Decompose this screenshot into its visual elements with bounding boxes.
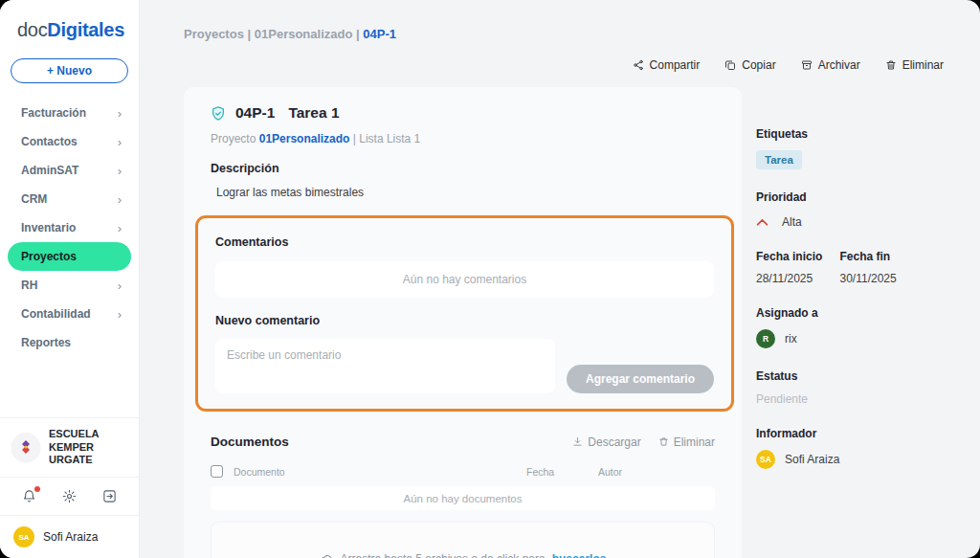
new-comment-label: Nuevo comentario [215, 314, 714, 327]
download-label: Descargar [588, 435, 640, 449]
app-window: docDigitales + Nuevo Facturación › Conta… [0, 0, 980, 558]
sidebar-item-label: Contabilidad [21, 307, 91, 321]
new-button[interactable]: + Nuevo [11, 58, 128, 83]
breadcrumb-current: 04P-1 [363, 27, 396, 41]
sidebar-nav: Facturación › Contactos › AdminSAT › CRM… [0, 99, 139, 357]
reporter-label: Informador [756, 427, 924, 440]
copy-label: Copiar [742, 58, 775, 72]
trash-icon [885, 59, 897, 71]
sidebar-item-contactos[interactable]: Contactos › [0, 127, 139, 156]
add-comment-button[interactable]: Agregar comentario [567, 365, 714, 393]
documents-actions: Descargar Eliminar [572, 435, 715, 449]
delete-documents-label: Eliminar [674, 435, 715, 449]
chevron-right-icon: › [118, 221, 122, 235]
select-all-checkbox[interactable] [211, 465, 223, 478]
archive-label: Archivar [818, 58, 860, 72]
sidebar-item-inventario[interactable]: Inventario › [0, 213, 139, 242]
trash-icon [658, 436, 669, 447]
priority-value: Alta [782, 215, 802, 229]
reporter-row: SA Sofi Araiza [756, 450, 924, 469]
task-shield-check-icon [211, 105, 226, 122]
comments-title: Comentarios [215, 235, 714, 249]
organization-avatar [11, 433, 40, 461]
sidebar-item-label: AdminSAT [21, 164, 78, 177]
assignee-row[interactable]: R rix [756, 329, 924, 348]
current-user-row[interactable]: SA Sofi Araiza [0, 515, 139, 558]
assignee-name: rix [785, 332, 797, 346]
user-avatar: SA [13, 526, 34, 547]
documents-empty-state: Aún no hay documentos [211, 486, 715, 510]
chevron-right-icon: › [118, 192, 122, 207]
sidebar-item-crm[interactable]: CRM › [0, 185, 139, 213]
share-label: Compartir [650, 58, 701, 72]
logout-icon[interactable] [102, 489, 117, 503]
assignee-label: Asignado a [756, 306, 924, 320]
sidebar-item-proyectos[interactable]: Proyectos [8, 242, 131, 271]
sidebar-icons-row [0, 477, 139, 515]
sidebar-item-adminsat[interactable]: AdminSAT › [0, 156, 139, 185]
sidebar-item-contabilidad[interactable]: Contabilidad › [0, 300, 139, 328]
project-name-link[interactable]: 01Personalizado [259, 132, 350, 145]
breadcrumb-separator: | [356, 27, 360, 41]
column-autor: Autor [598, 466, 715, 478]
share-icon [633, 59, 644, 71]
dates-row: Fecha inicio 28/11/2025 Fecha fin 30/11/… [756, 250, 924, 285]
copy-button[interactable]: Copiar [724, 58, 775, 72]
chevron-right-icon: › [118, 164, 122, 178]
column-fecha: Fecha [526, 466, 598, 478]
notification-dot [34, 486, 40, 492]
sidebar-item-label: Facturación [21, 106, 86, 120]
delete-documents-button[interactable]: Eliminar [658, 435, 715, 449]
browse-files-link[interactable]: buscarlos [552, 552, 607, 558]
priority-value-row[interactable]: Alta [756, 215, 924, 229]
breadcrumb-projects[interactable]: Proyectos [184, 27, 244, 41]
tag-tarea[interactable]: Tarea [756, 150, 802, 169]
sidebar-bottom: ESCUELA KEMPER URGATE [0, 417, 139, 558]
comments-empty-state: Aún no hay comentarios [215, 261, 714, 298]
chevron-right-icon: › [118, 106, 122, 121]
organization-row[interactable]: ESCUELA KEMPER URGATE [0, 417, 139, 477]
sidebar-item-label: CRM [21, 192, 47, 206]
reporter-name: Sofi Araiza [785, 453, 839, 466]
description-text: Lograr las metas bimestrales [216, 186, 715, 199]
labels-label: Etiquetas [756, 127, 924, 141]
sidebar-item-label: Proyectos [21, 250, 77, 263]
priority-high-icon [756, 217, 768, 227]
organization-logo-icon [18, 439, 33, 455]
file-dropzone[interactable]: Arrastra hasta 5 archivos o da click par… [211, 522, 715, 558]
archive-icon [801, 59, 813, 71]
user-name: Sofi Araiza [43, 530, 98, 544]
main-area: Proyectos | 01Personalizado | 04P-1 Comp… [140, 0, 980, 558]
breadcrumb: Proyectos | 01Personalizado | 04P-1 [184, 27, 944, 41]
status-value[interactable]: Pendiente [756, 392, 924, 406]
logo-prefix: doc [17, 19, 47, 40]
comment-input[interactable] [215, 339, 555, 393]
archive-button[interactable]: Archivar [801, 58, 860, 72]
start-date-field: Fecha inicio 28/11/2025 [756, 250, 840, 285]
reporter-avatar: SA [756, 450, 775, 469]
documents-section: Documentos Descargar [211, 435, 715, 558]
notifications-bell-icon[interactable] [22, 489, 36, 503]
copy-icon [724, 59, 736, 71]
sidebar-item-label: Inventario [21, 221, 76, 234]
delete-button[interactable]: Eliminar [885, 58, 944, 72]
sidebar-item-rh[interactable]: RH › [0, 271, 139, 300]
new-comment-row: Agregar comentario [215, 339, 714, 393]
end-date-value[interactable]: 30/11/2025 [840, 272, 924, 285]
end-date-field: Fecha fin 30/11/2025 [840, 250, 924, 285]
sidebar-item-facturacion[interactable]: Facturación › [0, 99, 139, 127]
chevron-right-icon: › [118, 307, 122, 322]
start-date-value[interactable]: 28/11/2025 [756, 272, 840, 285]
priority-label: Prioridad [756, 190, 924, 204]
cloud-upload-icon [320, 552, 334, 558]
comments-section-annotation: Comentarios Aún no hay comentarios Nuevo… [195, 215, 734, 412]
logo-suffix: Digitales [47, 19, 124, 40]
share-button[interactable]: Compartir [633, 58, 701, 72]
download-documents-button[interactable]: Descargar [572, 435, 640, 449]
sidebar-item-reportes[interactable]: Reportes [0, 328, 139, 357]
settings-gear-icon[interactable] [62, 489, 77, 503]
chevron-right-icon: › [118, 279, 122, 293]
breadcrumb-project[interactable]: 01Personalizado [255, 27, 353, 41]
chevron-right-icon: › [118, 135, 122, 149]
status-label: Estatus [756, 369, 924, 383]
